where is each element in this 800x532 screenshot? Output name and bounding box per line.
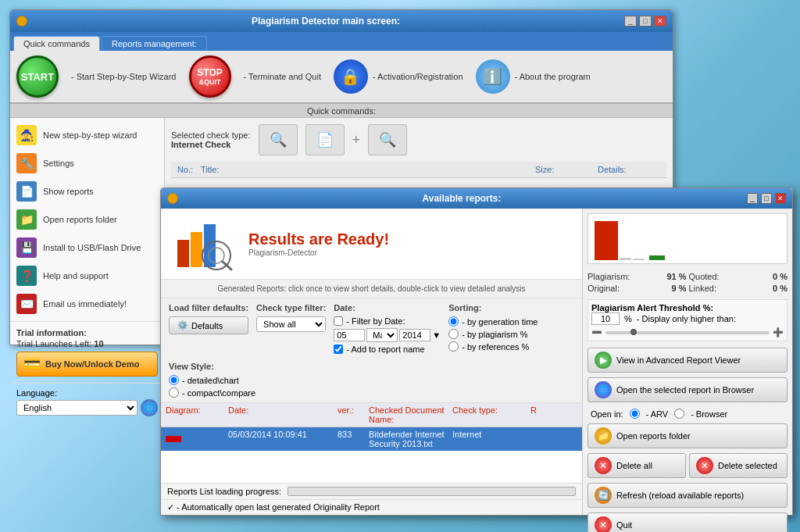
minus-icon[interactable]: ➖ (591, 327, 602, 337)
reports-minimize-button[interactable]: _ (747, 193, 758, 204)
sidebar-item-settings[interactable]: 🔧 Settings (10, 149, 164, 177)
threshold-input[interactable] (591, 312, 620, 325)
check-type-filter-dropdown[interactable]: Show all (256, 316, 326, 332)
about-button[interactable]: ℹ️ - About the program (476, 59, 591, 94)
diagram-bar-icon (166, 436, 181, 442)
sidebar-item-help[interactable]: ❓ Help and support (10, 262, 164, 290)
trial-launches: Trial Launches Left: 10 (16, 339, 158, 348)
open-folder-button[interactable]: 📁 Open reports folder (588, 423, 788, 448)
filter-by-date-label: - Filter by Date: (346, 316, 405, 326)
chart-container (588, 213, 788, 264)
open-folder-label: Open reports folder (43, 215, 117, 224)
reports-restore-button[interactable]: □ (761, 193, 772, 204)
start-button[interactable]: START (16, 55, 59, 98)
results-note: Generated Reports: click once to view sh… (161, 280, 582, 298)
quit-label: Quit (616, 520, 632, 530)
plus-icon: + (352, 132, 361, 148)
view-arv-button[interactable]: ▶ View in Advanced Report Viewer (588, 348, 788, 373)
activation-button[interactable]: 🔒 - Activation/Registration (334, 59, 463, 94)
chart-bar-original (649, 255, 665, 260)
main-window-title: Plagiarism Detector main screen: (27, 16, 624, 27)
check-type-label: Selected check type: (171, 130, 251, 140)
open-in-arv-radio[interactable] (630, 409, 640, 419)
load-defaults-group: Load filter defaults: ⚙️ Defaults (169, 303, 248, 334)
date-filter-label: Date: (334, 303, 441, 312)
stat-plagiarism: Plagiarism: 91 % (588, 272, 687, 281)
sidebar-item-open-folder[interactable]: 📁 Open reports folder (10, 205, 164, 234)
defaults-icon: ⚙️ (177, 320, 188, 330)
sort-plag-radio[interactable] (448, 329, 459, 339)
quoted-label: Quoted: (689, 272, 720, 281)
refresh-button[interactable]: 🔄 Refresh (reload available reports) (588, 483, 788, 508)
col-size: Size: (535, 165, 598, 174)
language-dropdown[interactable]: English (16, 400, 138, 416)
results-graphic (173, 216, 236, 271)
wizard-icon: 🧙 (16, 125, 37, 145)
check-type-filter-group: Check type filter: Show all (256, 303, 326, 332)
stat-linked: Linked: 0 % (689, 284, 788, 293)
date-year-input[interactable] (399, 329, 430, 341)
minimize-button[interactable]: _ (624, 16, 637, 27)
sort-gen-label: - by generation time (462, 317, 538, 327)
reports-close-button[interactable]: ✕ (775, 193, 786, 204)
open-folder-label: Open reports folder (616, 431, 691, 441)
reports-body: Results are Ready! Plagiarism-Detector G… (161, 209, 792, 515)
chart-bars (591, 217, 784, 260)
stop-button[interactable]: STOP &QUIT (189, 55, 231, 98)
delete-all-button[interactable]: ✕ Delete all (588, 453, 686, 478)
threshold-label: Plagiarism Alert Threshold %: (591, 303, 784, 312)
plus-icon[interactable]: ➕ (773, 327, 784, 337)
view-detailed-radio[interactable] (169, 375, 179, 385)
add-to-report-checkbox[interactable] (334, 345, 343, 354)
delete-selected-icon: ✕ (696, 457, 713, 474)
sidebar-item-wizard[interactable]: 🧙 New step-by-step wizard (10, 121, 164, 149)
date-day-input[interactable] (334, 329, 365, 341)
quit-label: &QUIT (199, 78, 221, 86)
threshold-display-label: - Display only higher than: (637, 314, 736, 323)
close-circle-icon[interactable] (16, 16, 27, 27)
threshold-slider[interactable] (605, 331, 770, 334)
table-row[interactable]: 05/03/2014 10:09:41 833 Bitdefender Inte… (161, 427, 582, 452)
linked-label: Linked: (689, 284, 716, 293)
buy-button[interactable]: 💳 Buy Now/Unlock Demo (16, 352, 158, 377)
filter-by-date-checkbox[interactable] (334, 316, 343, 326)
defaults-button[interactable]: ⚙️ Defaults (169, 316, 248, 334)
start-label: - Start Step-by-Step Wizard (71, 72, 177, 81)
file-check-icon[interactable]: 📄 (305, 124, 345, 155)
open-browser-button[interactable]: 🌐 Open the selected report in Browser (588, 377, 788, 402)
view-compact-row: - compact\compare (169, 387, 255, 398)
tab-quick-commands[interactable]: Quick commands (13, 36, 100, 51)
sidebar-item-usb[interactable]: 💾 Install to USB/Flash Drive (10, 234, 164, 262)
open-in-browser-radio[interactable] (674, 409, 684, 419)
internet-check-icon[interactable]: 🔍 (259, 124, 298, 155)
row-date: 05/03/2014 10:09:41 (228, 430, 338, 448)
sidebar-item-email[interactable]: ✉️ Email us immediately! (10, 290, 164, 318)
progress-bar-area: Reports List loading progress: (161, 483, 582, 499)
quit-button[interactable]: ✕ Quit (588, 512, 788, 532)
delete-selected-button[interactable]: ✕ Delete selected (689, 453, 788, 478)
close-button[interactable]: ✕ (654, 16, 666, 27)
sort-ref-row: - by references % (448, 341, 538, 352)
reports-close-circle[interactable] (167, 193, 178, 204)
sidebar-item-reports[interactable]: 📄 Show reports (10, 177, 164, 205)
sort-ref-radio[interactable] (448, 341, 459, 352)
about-label: - About the program (515, 72, 591, 81)
view-compact-radio[interactable] (169, 387, 179, 398)
delete-all-icon: ✕ (595, 457, 612, 474)
add-to-report-label: - Add to report name (346, 345, 424, 354)
sort-gen-radio[interactable] (448, 316, 459, 327)
threshold-section: Plagiarism Alert Threshold %: % - Displa… (588, 299, 788, 341)
trial-title: Trial information: (16, 328, 158, 337)
stat-quoted: Quoted: 0 % (689, 272, 788, 281)
row-diagram (166, 430, 228, 448)
col-ver: ver.: (338, 405, 369, 424)
restore-button[interactable]: □ (639, 16, 652, 27)
view-arv-icon: ▶ (595, 352, 612, 369)
col-diagram: Diagram: (166, 405, 228, 424)
advanced-check-icon[interactable]: 🔍 (368, 124, 407, 155)
date-month-select[interactable]: March (366, 328, 398, 342)
tab-reports-management[interactable]: Reports management: (102, 36, 207, 51)
refresh-label: Refresh (reload available reports) (616, 491, 744, 500)
results-banner: Results are Ready! Plagiarism-Detector (161, 209, 582, 280)
progress-label: Reports List loading progress: (167, 487, 281, 496)
